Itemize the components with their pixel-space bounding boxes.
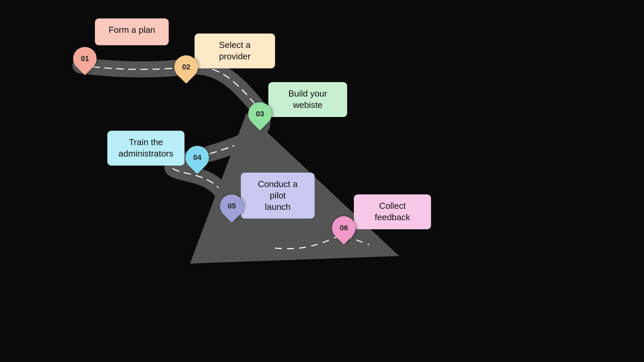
roadmap-container: Form a plan01Select a provider02Build yo…	[0, 0, 644, 362]
step-pin-04: 04	[185, 146, 209, 173]
step-label-02: Select a provider	[195, 34, 275, 68]
step-number-01: 01	[81, 54, 89, 63]
road-svg	[0, 0, 644, 362]
step-label-05: Conduct a pilot launch	[241, 173, 315, 219]
step-number-02: 02	[182, 63, 190, 71]
step-label-06: Collect feedback	[354, 194, 431, 229]
step-number-06: 06	[340, 224, 348, 232]
step-pin-06: 06	[332, 216, 356, 243]
step-number-03: 03	[256, 110, 264, 118]
step-pin-02: 02	[174, 55, 198, 82]
step-number-04: 04	[193, 153, 201, 162]
step-label-03: Build your webiste	[268, 82, 347, 117]
step-label-04: Train the administrators	[107, 131, 184, 166]
step-pin-05: 05	[220, 194, 244, 221]
step-label-01: Form a plan	[95, 18, 169, 45]
step-number-05: 05	[228, 202, 236, 210]
step-pin-01: 01	[73, 47, 97, 74]
step-pin-03: 03	[248, 102, 272, 129]
